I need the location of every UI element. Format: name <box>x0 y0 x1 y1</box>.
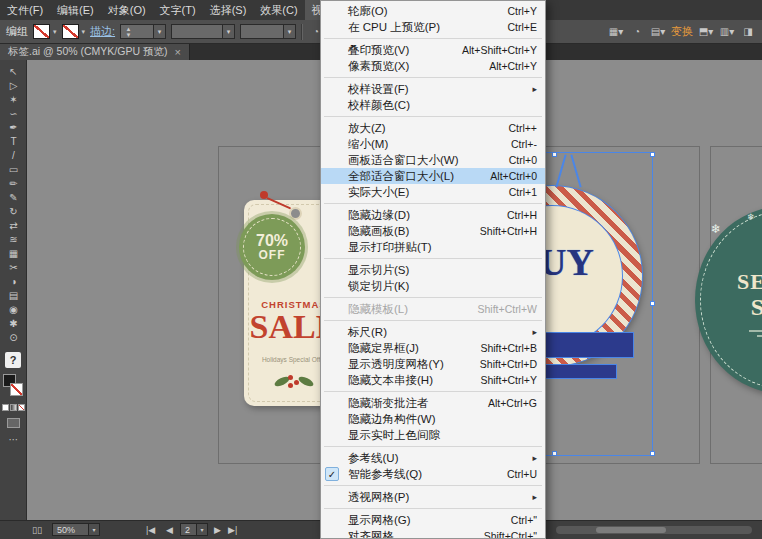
view-menu-item-9[interactable]: 放大(Z)Ctrl++ <box>321 120 545 136</box>
align-panel-icon[interactable]: ▦▾ <box>608 24 624 40</box>
view-menu-item-0[interactable]: 轮廓(O)Ctrl+Y <box>321 3 545 19</box>
none-button[interactable] <box>18 404 25 411</box>
selection-tool[interactable]: ↖ <box>0 65 27 79</box>
view-menu-item-33[interactable]: 参考线(U)▸ <box>321 450 545 466</box>
artboard-nav-combo[interactable]: 2 ▾ <box>180 523 208 536</box>
view-menu-item-7[interactable]: 校样颜色(C) <box>321 97 545 113</box>
pencil-tool[interactable]: ✎ <box>0 191 27 205</box>
stroke-swatch[interactable] <box>62 24 79 39</box>
stroke-weight-dropdown-icon[interactable]: ▾ <box>153 25 165 38</box>
pen-tool[interactable]: ✒ <box>0 121 27 135</box>
view-menu-item-10[interactable]: 缩小(M)Ctrl+- <box>321 136 545 152</box>
view-menu-item-11[interactable]: 画板适合窗口大小(W)Ctrl+0 <box>321 152 545 168</box>
width-tool[interactable]: ≋ <box>0 233 27 247</box>
view-menu-item-6[interactable]: 校样设置(F)▸ <box>321 81 545 97</box>
menubar-item-type[interactable]: 文字(T) <box>153 0 203 20</box>
first-artboard-button[interactable]: |◀ <box>146 523 155 537</box>
zoom-tool[interactable]: ⊙ <box>0 331 27 345</box>
view-menu-item-30[interactable]: 隐藏边角构件(W) <box>321 411 545 427</box>
view-menu-item-15[interactable]: 隐藏边缘(D)Ctrl+H <box>321 207 545 223</box>
magic-wand-tool[interactable]: ✶ <box>0 93 27 107</box>
transform-link[interactable]: 变换 <box>671 24 693 39</box>
artboard-dropdown-icon[interactable]: ▾ <box>196 524 207 535</box>
type-tool[interactable]: T <box>0 135 27 149</box>
fill-swatch[interactable] <box>33 24 50 39</box>
menubar-item-file[interactable]: 文件(F) <box>0 0 50 20</box>
view-menu-item-16[interactable]: 隐藏画板(B)Shift+Ctrl+H <box>321 223 545 239</box>
style-dropdown-icon[interactable]: ▾ <box>283 25 295 38</box>
view-menu-item-26[interactable]: 显示透明度网格(Y)Shift+Ctrl+D <box>321 356 545 372</box>
gradient-tool[interactable]: ◑ <box>0 275 27 289</box>
isolate-icon[interactable]: ◔ <box>629 24 645 40</box>
blend-tool[interactable]: ◉ <box>0 303 27 317</box>
anchor-point[interactable] <box>552 152 557 157</box>
stroke-weight-combo[interactable]: ▲▼ ▾ <box>120 24 166 39</box>
view-menu-item-19[interactable]: 显示切片(S) <box>321 262 545 278</box>
scrollbar-thumb[interactable] <box>596 527 666 533</box>
gradient-button[interactable] <box>10 404 17 411</box>
menubar-item-object[interactable]: 对象(O) <box>101 0 153 20</box>
view-menu-item-38[interactable]: 显示网格(G)Ctrl+" <box>321 512 545 528</box>
style-combo[interactable]: ▾ <box>240 24 296 39</box>
view-menu-item-39[interactable]: 对齐网格Shift+Ctrl+" <box>321 528 545 539</box>
view-menu-item-24[interactable]: 标尺(R)▸ <box>321 324 545 340</box>
help-icon[interactable]: ? <box>5 352 21 368</box>
view-menu-item-31[interactable]: 显示实时上色间隙 <box>321 427 545 443</box>
brush-dropdown-icon[interactable]: ▾ <box>222 25 234 38</box>
menu-separator <box>324 77 542 78</box>
stroke-panel-link[interactable]: 描边: <box>90 24 115 39</box>
anchor-point[interactable] <box>552 451 557 456</box>
pathfinder-icon[interactable]: ▤▾ <box>650 24 666 40</box>
stroke-color-chip[interactable] <box>10 383 23 396</box>
scale-tool[interactable]: ⇄ <box>0 219 27 233</box>
shape-builder-tool[interactable]: ▦ <box>0 247 27 261</box>
settings-icon[interactable]: ◨ <box>740 24 756 40</box>
stroke-weight-stepper[interactable]: ▲▼ <box>124 26 133 38</box>
view-menu-item-34[interactable]: ✓智能参考线(Q)Ctrl+U <box>321 466 545 482</box>
arrange-icon[interactable]: ▥▾ <box>719 24 735 40</box>
anchor-point[interactable] <box>650 301 655 306</box>
next-artboard-button[interactable]: ▶ <box>214 523 221 537</box>
view-menu-item-29[interactable]: 隐藏渐变批注者Alt+Ctrl+G <box>321 395 545 411</box>
season-sale-tag-artwork[interactable]: ❄ ❄ Merry SEASON SALE <box>695 206 762 394</box>
horizontal-scrollbar[interactable] <box>556 526 752 534</box>
menubar-item-edit[interactable]: 编辑(E) <box>50 0 101 20</box>
line-segment-tool[interactable]: / <box>0 149 27 163</box>
zoom-dropdown-icon[interactable]: ▾ <box>88 524 99 535</box>
scissors-tool[interactable]: ✂ <box>0 261 27 275</box>
zoom-combo[interactable]: 50% ▾ <box>52 523 100 536</box>
anchor-point[interactable] <box>650 152 655 157</box>
view-menu-item-17[interactable]: 显示打印拼贴(T) <box>321 239 545 255</box>
close-tab-icon[interactable]: × <box>174 46 180 58</box>
mesh-tool[interactable]: ▤ <box>0 289 27 303</box>
anchor-point[interactable] <box>650 451 655 456</box>
direct-selection-tool[interactable]: ▷ <box>0 79 27 93</box>
view-menu-item-36[interactable]: 透视网格(P)▸ <box>321 489 545 505</box>
stroke-dropdown-icon[interactable]: ▾ <box>82 28 86 36</box>
color-button[interactable] <box>2 404 9 411</box>
prev-artboard-button[interactable]: ◀ <box>166 523 173 537</box>
brush-definition-combo[interactable]: ▾ <box>171 24 235 39</box>
menubar-item-select[interactable]: 选择(S) <box>203 0 254 20</box>
view-menu-item-3[interactable]: 叠印预览(V)Alt+Shift+Ctrl+Y <box>321 42 545 58</box>
rotate-tool[interactable]: ↻ <box>0 205 27 219</box>
edit-toolbar-icon[interactable]: ⋯ <box>0 434 27 445</box>
view-menu-item-12[interactable]: 全部适合窗口大小(L)Alt+Ctrl+0 <box>321 168 545 184</box>
fill-dropdown-icon[interactable]: ▾ <box>53 28 57 36</box>
menubar-item-effect[interactable]: 效果(C) <box>253 0 304 20</box>
draw-mode-button[interactable] <box>7 418 20 428</box>
document-tab[interactable]: 标签.ai @ 50% (CMYK/GPU 预览) × <box>0 44 190 60</box>
shape-options-icon[interactable]: ⬒▾ <box>698 24 714 40</box>
menu-item-label: 对齐网格 <box>348 529 394 539</box>
last-artboard-button[interactable]: ▶| <box>228 523 237 537</box>
view-menu-item-13[interactable]: 实际大小(E)Ctrl+1 <box>321 184 545 200</box>
view-menu-item-27[interactable]: 隐藏文本串接(H)Shift+Ctrl+Y <box>321 372 545 388</box>
symbol-sprayer-tool[interactable]: ✱ <box>0 317 27 331</box>
rectangle-tool[interactable]: ▭ <box>0 163 27 177</box>
view-menu-item-20[interactable]: 锁定切片(K) <box>321 278 545 294</box>
view-menu-item-1[interactable]: 在 CPU 上预览(P)Ctrl+E <box>321 19 545 35</box>
view-menu-item-4[interactable]: 像素预览(X)Alt+Ctrl+Y <box>321 58 545 74</box>
lasso-tool[interactable]: ∽ <box>0 107 27 121</box>
paintbrush-tool[interactable]: ✏ <box>0 177 27 191</box>
view-menu-item-25[interactable]: 隐藏定界框(J)Shift+Ctrl+B <box>321 340 545 356</box>
